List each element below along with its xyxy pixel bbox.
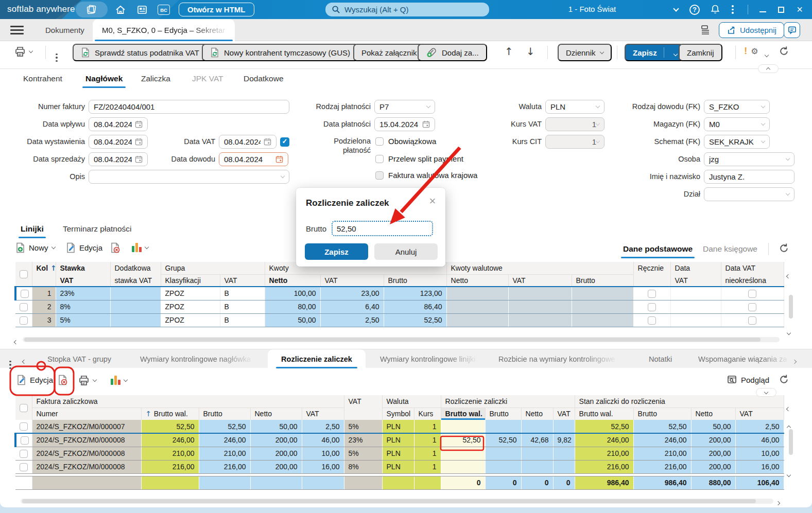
calendar-icon[interactable] [275, 155, 283, 163]
save-button[interactable]: Zapisz [625, 44, 683, 61]
add-attachment-button[interactable]: Dodaj za... [418, 44, 487, 61]
cell[interactable]: 1 [414, 433, 441, 447]
cell[interactable]: 52,50 [575, 420, 633, 433]
cell[interactable]: 16,00 [302, 460, 344, 473]
close-window-button[interactable]: × [792, 0, 807, 19]
cell[interactable]: B [220, 287, 265, 300]
cell[interactable] [15, 300, 32, 313]
column-header[interactable]: Brutto [485, 408, 521, 420]
new-line-button[interactable]: Nowy [15, 242, 55, 253]
cell[interactable]: 6,40 [320, 300, 384, 313]
cell[interactable]: 2024/S_FZKOZ/M0/000007 [32, 420, 141, 433]
tab-wspomaganie-wiazania[interactable]: Wspomaganie wiązania za [688, 349, 790, 368]
cell[interactable]: 8% [344, 460, 382, 473]
column-header[interactable]: VAT [670, 274, 721, 287]
row-checkbox[interactable] [648, 303, 656, 311]
data-vat-checkbox[interactable] [280, 137, 289, 147]
tab-wymiary-kontrolingowe-naglowka[interactable]: Wymiary kontrolingowe nagłówka [130, 349, 261, 368]
cell[interactable]: 52,50 [141, 420, 199, 433]
scroll-down-chevron-icon[interactable] [787, 469, 790, 479]
cell[interactable]: 2,50 [735, 420, 784, 433]
cell[interactable]: 2024/S_FZKOZ/M0/000008 [32, 433, 141, 447]
column-header[interactable]: VAT [508, 274, 572, 287]
cell[interactable]: 52,50 [485, 433, 521, 447]
checkbox[interactable] [375, 155, 384, 163]
column-header[interactable]: Faktura zaliczkowa [32, 395, 344, 408]
cell[interactable]: 2024/S_FZKOZ/M0/000008 [32, 460, 141, 473]
dialog-save-button[interactable]: Zapisz [305, 243, 368, 260]
cell[interactable] [15, 447, 32, 460]
table-row[interactable]: 2024/S_FZKOZ/M0/000008246,00246,00200,00… [15, 433, 784, 447]
open-in-html-button[interactable]: Otwórz w HTML [179, 3, 254, 16]
cell[interactable]: 246,00 [141, 433, 199, 447]
cell[interactable] [508, 287, 572, 300]
row-checkbox[interactable] [21, 436, 29, 445]
tab-rozliczenie-zaliczek[interactable]: Rozliczenie zaliczek [268, 349, 366, 368]
cell[interactable]: 52,50 [384, 313, 446, 327]
cell[interactable]: 46,00 [735, 433, 784, 447]
imie-nazwisko-input[interactable]: Justyna Z. [704, 170, 794, 184]
calendar-icon[interactable] [135, 155, 143, 163]
chart-view-button[interactable] [132, 243, 148, 252]
cell[interactable]: 216,00 [141, 460, 199, 473]
scroll-thumb[interactable] [789, 295, 793, 319]
tab-active-document[interactable]: M0, S_FZKO, 0 – Edycja – Sekretariat – [93, 19, 235, 41]
tabs-scroll-left-icon[interactable] [23, 356, 26, 365]
scroll-thumb[interactable] [22, 499, 756, 503]
freeze-columns-chevron-left-icon[interactable] [787, 271, 790, 280]
column-header[interactable]: Numer [32, 408, 141, 420]
navigate-up-arrow-icon[interactable]: ↑ [505, 45, 513, 58]
cell[interactable]: 86,40 [384, 300, 446, 313]
dzial-dropdown[interactable] [704, 187, 794, 201]
tabs-scroll-right-icon[interactable] [793, 356, 796, 365]
cell[interactable]: 216,00 [575, 460, 633, 473]
tab-zaliczka[interactable]: Zaliczka [141, 74, 170, 83]
cell[interactable] [485, 460, 521, 473]
cell[interactable]: 1 [414, 447, 441, 460]
column-header[interactable]: Brutto wal. [575, 408, 633, 420]
settings-chevron-down-icon[interactable] [765, 49, 768, 59]
column-header[interactable]: Brutto [633, 408, 691, 420]
tab-wymiary-kontrolingowe-linijki[interactable]: Wymiary kontrolingowe linijki [370, 349, 486, 368]
cell[interactable]: ZPOZ [161, 287, 220, 300]
cell[interactable]: 246,00 [575, 433, 633, 447]
cell[interactable]: B [220, 300, 265, 313]
tab-dane-podstawowe[interactable]: Dane podstawowe [623, 244, 693, 254]
cell[interactable]: 52,50 [441, 433, 485, 447]
tab-dodatkowe[interactable]: Dodatkowe [244, 74, 284, 83]
cell[interactable]: 216,00 [633, 460, 691, 473]
cell[interactable] [553, 420, 575, 433]
brutto-input[interactable]: 52,50 [332, 221, 433, 236]
edit-advance-button[interactable]: Edycja [16, 375, 53, 385]
cell[interactable]: 23% [56, 287, 110, 300]
column-header[interactable]: Rozliczenie zaliczki [441, 395, 575, 408]
cell[interactable] [572, 300, 633, 313]
cell[interactable]: 246,00 [633, 433, 691, 447]
cell[interactable]: 50,00 [265, 313, 320, 327]
detail-tabs-kebab-icon[interactable] [9, 355, 11, 369]
print-chevron-down-icon[interactable] [29, 49, 33, 53]
numer-faktury-input[interactable]: FZ/20240404/001 [89, 100, 289, 114]
tab-stopka-vat-grupy[interactable]: Stopka VAT - grupy [37, 349, 122, 368]
delete-advance-button[interactable] [58, 375, 68, 385]
cell[interactable] [553, 460, 575, 473]
cell[interactable] [633, 300, 670, 313]
lines-horizontal-scrollbar[interactable] [23, 337, 780, 342]
column-header[interactable]: VAT [320, 274, 384, 287]
search-input[interactable]: Wyszukaj (Alt + Q) [325, 3, 489, 16]
cell[interactable]: 2024/S_FZKOZ/M0/000008 [32, 447, 141, 460]
scroll-right-chevron-icon[interactable] [776, 498, 780, 507]
dialog-close-icon[interactable]: × [427, 196, 438, 207]
column-header[interactable]: Dodatkowa [110, 262, 161, 274]
chart-advance-button[interactable] [111, 376, 127, 385]
cell[interactable]: 9,82 [553, 433, 575, 447]
column-header[interactable]: Brutto [572, 274, 633, 287]
tab-naglowek[interactable]: Nagłówek [85, 74, 123, 83]
cell[interactable]: PLN [382, 420, 414, 433]
row-checkbox[interactable] [648, 290, 656, 298]
calendar-icon[interactable] [135, 138, 143, 146]
table-row[interactable]: 2024/S_FZKOZ/M0/000008216,00216,00200,00… [15, 460, 784, 473]
cell[interactable]: 8% [56, 300, 110, 313]
checkbox-faktura-walutowa-krajowa[interactable]: Faktura walutowa krajowa [375, 171, 477, 180]
column-header[interactable]: Brutto [384, 274, 446, 287]
